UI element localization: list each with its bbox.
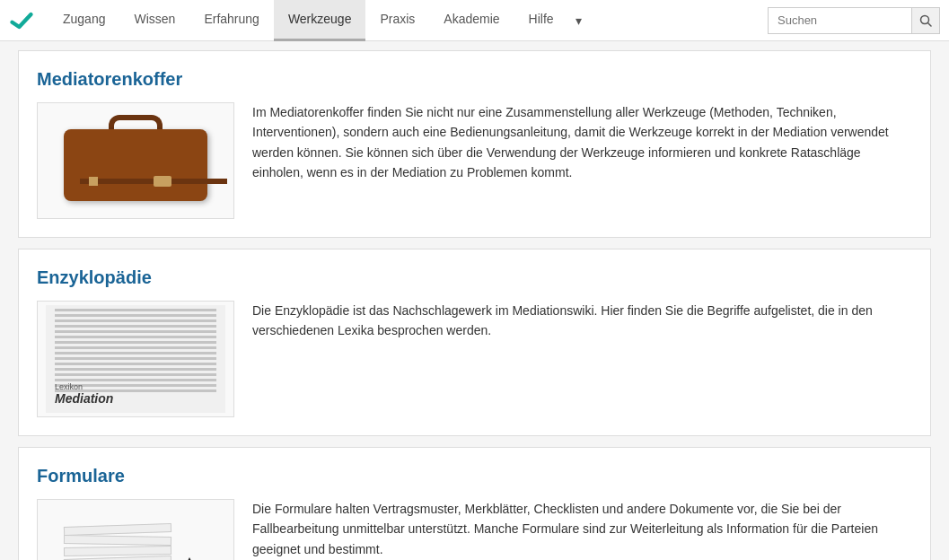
card-enzyklopaedie: Enzyklopädie — [18, 249, 931, 436]
lexicon-line — [55, 325, 216, 328]
card-mediatorenkoffer-image — [37, 102, 234, 219]
nav-item-wissen[interactable]: Wissen — [119, 0, 189, 41]
paper-sheet — [64, 546, 171, 556]
card-enzyklopaedie-body: Lexikon Mediation Die Enzyklopädie ist d… — [37, 301, 912, 417]
card-enzyklopaedie-text: Die Enzyklopädie ist das Nachschlagewerk… — [252, 301, 912, 341]
nav-items: Zugang Wissen Erfahrung Werkzeuge Praxis… — [48, 0, 768, 41]
nav-item-erfahrung[interactable]: Erfahrung — [189, 0, 273, 41]
lexicon-label: Lexikon Mediation — [55, 382, 216, 406]
card-enzyklopaedie-title: Enzyklopädie — [37, 267, 912, 288]
site-logo[interactable] — [9, 8, 34, 33]
nav-item-werkzeuge[interactable]: Werkzeuge — [274, 0, 366, 41]
paper-sheet — [64, 523, 171, 536]
card-formulare-image — [37, 499, 234, 560]
lexicon-line — [55, 330, 216, 333]
card-formulare: Formulare — [18, 447, 931, 560]
nav-item-praxis[interactable]: Praxis — [365, 0, 429, 41]
briefcase-buckle — [89, 177, 98, 186]
paper-stack — [64, 525, 171, 560]
lexicon-illustration: Lexikon Mediation — [46, 305, 225, 413]
nav-item-hilfe[interactable]: Hilfe — [514, 0, 568, 41]
lexicon-main-label: Mediation — [55, 391, 216, 406]
card-enzyklopaedie-image: Lexikon Mediation — [37, 301, 234, 417]
svg-line-1 — [928, 22, 932, 26]
card-formulare-text: Die Formulare halten Vertragsmuster, Mer… — [252, 499, 912, 559]
briefcase-clasp — [154, 176, 171, 187]
lexicon-line — [55, 319, 216, 322]
briefcase-illustration — [46, 111, 225, 210]
card-formulare-body: Die Formulare halten Vertragsmuster, Mer… — [37, 499, 912, 560]
nav-more-button[interactable]: ▾ — [568, 0, 589, 41]
paper-sheet — [64, 535, 171, 546]
card-mediatorenkoffer-text: Im Mediatorenkoffer finden Sie nicht nur… — [252, 102, 912, 183]
lexicon-line — [55, 363, 216, 365]
main-content: Mediatorenkoffer Im Mediatorenkoffer fin… — [0, 41, 949, 560]
card-mediatorenkoffer-body: Im Mediatorenkoffer finden Sie nicht nur… — [37, 102, 912, 219]
lexicon-line — [55, 379, 216, 381]
nav-item-zugang[interactable]: Zugang — [48, 0, 119, 41]
card-formulare-title: Formulare — [37, 466, 912, 486]
lexicon-lines — [55, 309, 216, 386]
lexicon-sub-label: Lexikon — [55, 382, 216, 391]
lexicon-line — [55, 309, 216, 311]
lexicon-line — [55, 341, 216, 344]
lexicon-line — [55, 368, 216, 371]
search-button[interactable] — [911, 7, 940, 34]
lexicon-line — [55, 373, 216, 376]
card-mediatorenkoffer-title: Mediatorenkoffer — [37, 69, 912, 90]
lexicon-line — [55, 346, 216, 349]
formulare-illustration — [46, 503, 225, 560]
search-input[interactable] — [768, 7, 911, 34]
lexicon-line — [55, 357, 216, 360]
card-mediatorenkoffer: Mediatorenkoffer Im Mediatorenkoffer fin… — [18, 50, 931, 238]
briefcase-body — [64, 129, 207, 201]
lexicon-line — [55, 352, 216, 354]
lexicon-line — [55, 336, 216, 338]
nav-item-akademie[interactable]: Akademie — [429, 0, 514, 41]
main-nav: Zugang Wissen Erfahrung Werkzeuge Praxis… — [0, 0, 949, 41]
search-box — [768, 7, 940, 34]
lexicon-line — [55, 314, 216, 317]
